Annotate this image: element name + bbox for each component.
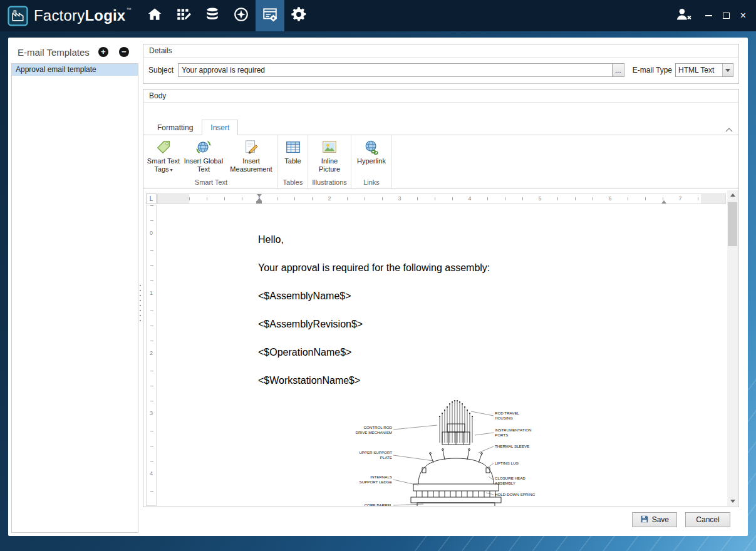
globe-text-icon xyxy=(195,138,212,156)
ribbon-group-label-illustrations: Illustrations xyxy=(308,178,351,188)
diagram-label: PORTS xyxy=(495,433,508,437)
minimize-button[interactable] xyxy=(705,15,712,16)
footer-actions: Save Cancel xyxy=(143,512,739,527)
tab-insert[interactable]: Insert xyxy=(202,120,238,135)
cancel-button-label: Cancel xyxy=(696,515,719,524)
right-indent-marker[interactable] xyxy=(661,200,666,203)
ruler-number: 1 xyxy=(147,290,155,296)
doc-paragraph: <$AssemblyRevision$> xyxy=(258,318,675,330)
inline-picture-label-1: Inline xyxy=(321,157,338,165)
ribbon-group-illustrations: InlinePicture Illustrations xyxy=(308,135,351,188)
cancel-button[interactable]: Cancel xyxy=(685,512,730,527)
maximize-icon xyxy=(723,13,730,19)
chevron-up-icon xyxy=(725,123,733,134)
nav-home-button[interactable] xyxy=(140,0,169,31)
document-viewport: Hello, Your approval is required for the… xyxy=(157,205,726,506)
app-brand: FactoryLogix™ xyxy=(34,7,132,24)
ruler-number: 3 xyxy=(147,410,155,416)
insert-global-label-1: Insert Global xyxy=(184,157,223,165)
hyperlink-button[interactable]: Hyperlink xyxy=(352,137,391,178)
sidebar-title: E-mail Templates xyxy=(18,47,90,58)
inline-picture-button[interactable]: InlinePicture xyxy=(309,137,350,178)
user-logoff-button[interactable] xyxy=(674,6,693,25)
scroll-up-button[interactable] xyxy=(727,190,738,200)
add-template-button[interactable]: + xyxy=(98,47,108,57)
brand-part2: Logix xyxy=(85,7,125,24)
diagram-label: CLOSURE HEAD xyxy=(495,476,526,480)
main-content: E-mail Templates + − Approval email temp… xyxy=(8,38,748,536)
floppy-icon xyxy=(640,515,649,525)
ribbon-group-links: Hyperlink Links xyxy=(351,135,392,188)
table-button[interactable]: Table xyxy=(279,137,307,178)
list-item-approval-template[interactable]: Approval email template xyxy=(12,64,138,76)
brand-trademark: ™ xyxy=(126,7,131,13)
diagram-label: SUPPORT LEDGE xyxy=(360,480,392,484)
email-type-select[interactable]: HTML Text xyxy=(675,63,733,77)
window-controls: × xyxy=(674,0,746,31)
pencil-measure-icon xyxy=(243,138,259,156)
vertical-scrollbar[interactable] xyxy=(727,190,738,506)
diagram-label: INSTRUMENTATION xyxy=(495,428,532,432)
templates-icon xyxy=(262,6,278,25)
email-type-label: E-mail Type xyxy=(633,66,672,75)
subject-browse-button[interactable]: ... xyxy=(612,63,624,77)
nav-templates-button[interactable] xyxy=(256,0,284,31)
insert-global-label-2: Text xyxy=(197,165,210,173)
hyperlink-label: Hyperlink xyxy=(357,157,386,165)
user-logoff-icon xyxy=(674,6,693,25)
maximize-button[interactable] xyxy=(723,13,730,19)
ribbon-group-smart-text: Smart TextTags▾ Insert GlobalText Insert… xyxy=(145,135,278,188)
ruler-number: 3 xyxy=(396,195,402,203)
inline-picture-label-2: Picture xyxy=(319,165,340,173)
reactor-diagram-image: CONTROL ROD DRIVE MECHANISM UPPER SUPPOR… xyxy=(348,398,564,506)
close-button[interactable]: × xyxy=(740,11,746,21)
save-button[interactable]: Save xyxy=(632,512,677,527)
left-indent-marker[interactable] xyxy=(256,201,262,203)
nav-settings-button[interactable] xyxy=(284,0,313,31)
diagram-label: ROD TRAVEL xyxy=(495,411,520,415)
materials-icon xyxy=(204,6,220,25)
body-group: Body Formatting Insert Smart TextTags▾ xyxy=(143,89,739,507)
ruler-number: 2 xyxy=(326,195,332,203)
factorylogix-logo-icon xyxy=(8,6,28,26)
first-line-indent-marker[interactable] xyxy=(257,194,262,197)
ribbon-collapse-button[interactable] xyxy=(725,123,733,135)
brand-part1: Factory xyxy=(34,7,85,24)
ruler-number: 2 xyxy=(147,350,155,356)
doc-paragraph: Hello, xyxy=(258,234,675,245)
table-label: Table xyxy=(284,157,301,165)
diagram-label: DRIVE MECHANISM xyxy=(356,430,392,435)
table-icon xyxy=(285,138,301,156)
smart-text-tag-icon xyxy=(155,138,172,156)
nav-production-button[interactable] xyxy=(227,0,256,31)
remove-template-button[interactable]: − xyxy=(119,47,129,57)
doc-paragraph: <$OperationName$> xyxy=(258,346,675,358)
nav-materials-button[interactable] xyxy=(198,0,227,31)
dropdown-caret-icon: ▾ xyxy=(170,167,173,173)
diagram-label: CONTROL ROD xyxy=(364,425,393,430)
nav-work-instructions-button[interactable] xyxy=(169,0,198,31)
smart-text-tags-button[interactable]: Smart TextTags▾ xyxy=(145,137,182,178)
tab-formatting[interactable]: Formatting xyxy=(148,120,202,135)
insert-global-text-button[interactable]: Insert GlobalText xyxy=(182,137,225,178)
ribbon-tabs: Formatting Insert xyxy=(143,119,738,135)
doc-paragraph: <$AssemblyName$> xyxy=(258,290,675,302)
doc-paragraph: <$WorkstationName$> xyxy=(258,374,675,386)
insert-measurement-button[interactable]: InsertMeasurement xyxy=(225,137,277,178)
diagram-label: UPPER SUPPORT xyxy=(359,450,392,455)
diagram-label: INTERNALS xyxy=(370,475,392,479)
scrollbar-thumb[interactable] xyxy=(728,202,737,246)
vertical-ruler: 0 1 2 3 4 xyxy=(146,205,157,506)
ruler-number: 6 xyxy=(607,195,613,203)
work-instructions-icon xyxy=(175,6,192,25)
ruler-number: 0 xyxy=(147,230,155,236)
document-edit-area[interactable]: Hello, Your approval is required for the… xyxy=(189,205,700,506)
subject-input[interactable] xyxy=(178,63,613,77)
splitter-grip[interactable] xyxy=(139,283,142,322)
scroll-down-button[interactable] xyxy=(727,496,738,506)
diagram-label: CORE BARREL xyxy=(365,503,393,506)
settings-gear-icon xyxy=(290,6,308,26)
insert-measurement-label-2: Measurement xyxy=(230,165,272,173)
save-button-label: Save xyxy=(652,515,669,524)
tab-stop-selector[interactable]: L xyxy=(146,193,157,204)
